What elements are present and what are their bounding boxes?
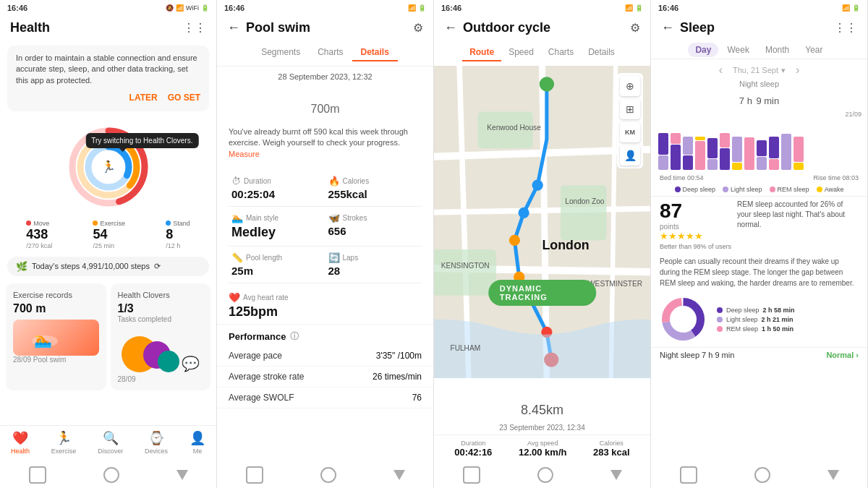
layers-button[interactable]: ⊞	[620, 99, 640, 119]
tab-charts[interactable]: Charts	[309, 44, 352, 61]
nav-health-label: Health	[11, 448, 30, 455]
next-day-button[interactable]: ›	[796, 64, 799, 77]
night-summary-text: Night sleep 7 h 9 min	[660, 351, 734, 359]
cycle-tab-route[interactable]: Route	[462, 44, 501, 61]
sleep-hours: 7	[739, 95, 747, 106]
cycle-tab-details[interactable]: Details	[581, 44, 622, 61]
perf-val-pace: 3'35" /100m	[376, 351, 422, 361]
nav-devices[interactable]: ⌚ Devices	[145, 430, 168, 455]
tab-details[interactable]: Details	[352, 44, 398, 61]
back-circle-3[interactable]	[537, 467, 553, 483]
recent-button-1[interactable]	[176, 470, 188, 480]
cycle-speed: Avg speed 12.00 km/h	[519, 440, 567, 458]
move-stat: Move 438 /270 kcal	[26, 220, 52, 249]
sleep-menu-dots[interactable]: ⋮⋮	[834, 21, 857, 35]
cycle-tab-speed[interactable]: Speed	[501, 44, 541, 61]
home-button-3[interactable]	[463, 466, 480, 484]
location-button[interactable]: ⊕	[620, 76, 640, 96]
settings-icon-2[interactable]: ⚙	[413, 21, 423, 35]
recent-button-3[interactable]	[610, 470, 622, 480]
sleep-donut-area: Deep sleep 2 h 58 min Light sleep 2 h 21…	[651, 291, 867, 347]
sleep-tab-week[interactable]: Week	[720, 43, 756, 57]
back-circle-4[interactable]	[754, 467, 770, 483]
map-container[interactable]: Kenwood House London Zoo London KENSINGT…	[434, 66, 650, 378]
sleep-nav: ‹ Thu, 21 Sept ▾ ›	[651, 59, 867, 80]
status-bar-2: 16:46 📶 🔋	[217, 0, 433, 16]
steps-text: Today's steps 4,991/10,000 steps	[32, 262, 150, 270]
health-panel: 16:46 🔕 📶 WiFi 🔋 Health ⋮⋮ In order to m…	[0, 0, 217, 488]
status-icons-3: 📶 🔋	[625, 4, 643, 12]
donut-legend: Deep sleep 2 h 58 min Light sleep 2 h 21…	[717, 307, 795, 333]
home-button-4[interactable]	[680, 466, 697, 484]
sleep-donut-chart	[660, 296, 707, 343]
exercise-stat: Exercise 54 /25 min	[93, 220, 125, 249]
normal-label[interactable]: Normal ›	[826, 351, 859, 359]
clover-teal	[158, 351, 179, 372]
back-button-2[interactable]: ←	[227, 20, 240, 35]
awake-seg	[732, 163, 742, 170]
clovers-date: 28/09	[118, 375, 204, 383]
nav-me[interactable]: 👤 Me	[190, 430, 205, 455]
recent-button-2[interactable]	[393, 470, 405, 480]
donut-deep-val: 2 h 58 min	[763, 307, 795, 314]
home-button-1[interactable]	[29, 466, 46, 484]
day-label: Thu, 21 Sept ▾	[733, 66, 786, 75]
cycle-duration-value: 00:42:16	[454, 447, 492, 458]
tab-segments[interactable]: Segments	[252, 44, 309, 61]
system-nav-bar-4	[651, 462, 867, 488]
sleep-description: People can usually recount their dreams …	[651, 253, 867, 291]
donut-light-val: 2 h 21 min	[762, 316, 793, 323]
perf-val-stroke: 26 times/min	[373, 372, 422, 382]
chat-icon: 💬	[182, 355, 200, 372]
settings-icon-3[interactable]: ⚙	[630, 21, 640, 35]
exercise-sub: /25 min	[93, 242, 125, 249]
measure-link[interactable]: Measure	[229, 150, 260, 158]
later-button[interactable]: LATER	[129, 92, 158, 104]
metric-hr-value: 125bpm	[229, 304, 422, 320]
home-button-2[interactable]	[246, 466, 263, 484]
nav-health[interactable]: ❤️ Health	[11, 430, 30, 455]
cycle-calories-label: Calories	[593, 440, 630, 447]
rise-time-label: Rise time 08:03	[813, 174, 859, 181]
chevron-down-icon[interactable]: ▾	[781, 66, 786, 75]
health-menu-dots[interactable]: ⋮⋮	[183, 21, 206, 35]
cycle-tab-charts[interactable]: Charts	[541, 44, 581, 61]
nav-exercise[interactable]: 🏃 Exercise	[51, 430, 77, 455]
clovers-card[interactable]: Health Clovers 1/3 Tasks completed 💬 28/…	[111, 283, 211, 390]
sleep-bar-7	[732, 137, 742, 170]
back-circle-2[interactable]	[320, 467, 336, 483]
go-set-button[interactable]: GO SET	[168, 92, 200, 104]
sleep-tab-day[interactable]: Day	[688, 43, 718, 57]
exercise-card[interactable]: Exercise records 700 m 🏊 28/09 Pool swim	[6, 283, 106, 390]
deep-seg	[769, 137, 779, 158]
battery-2: 🔋	[418, 4, 426, 12]
person-button[interactable]: 👤	[620, 145, 640, 166]
svg-text:WESTMINSTER: WESTMINSTER	[588, 280, 642, 288]
rem-seg	[671, 133, 681, 144]
rem-dot	[770, 187, 775, 192]
sleep-header: ← Sleep ⋮⋮	[651, 16, 867, 40]
cycle-calories-value: 283 kcal	[593, 447, 630, 458]
time-4: 16:46	[658, 4, 678, 12]
cycle-distance: 8.45km	[434, 378, 650, 424]
day-text: Thu, 21 Sept	[733, 66, 778, 74]
flame-icon: 🔥	[328, 176, 340, 187]
metric-style-value: Medley	[231, 225, 323, 240]
rem-seg	[769, 159, 779, 170]
metric-pool-length: 📏 Pool length 25m	[229, 247, 326, 283]
back-button-3[interactable]: ←	[444, 20, 457, 35]
recent-button-4[interactable]	[827, 470, 839, 480]
nav-discover[interactable]: 🔍 Discover	[98, 430, 123, 455]
score-label: points	[660, 223, 731, 231]
sleep-tabs: Day Week Month Year	[651, 40, 867, 59]
perf-label-pace: Average pace	[229, 351, 282, 361]
back-circle-1[interactable]	[103, 467, 119, 483]
km-button[interactable]: KM	[620, 122, 640, 142]
ring-area: 🏃 Try switching to Health Clovers.	[0, 120, 216, 214]
discover-nav-icon: 🔍	[103, 430, 119, 446]
sleep-tab-year[interactable]: Year	[798, 43, 830, 57]
stand-label: Stand	[166, 220, 190, 227]
back-button-4[interactable]: ←	[661, 20, 674, 35]
sleep-tab-month[interactable]: Month	[758, 43, 796, 57]
prev-day-button[interactable]: ‹	[719, 64, 723, 77]
